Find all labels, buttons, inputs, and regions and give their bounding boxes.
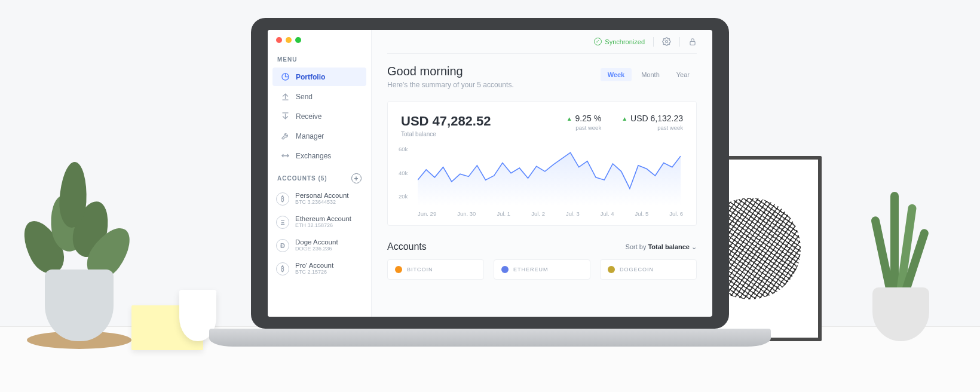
pie-chart-icon: [281, 72, 290, 81]
x-tick: Jul. 2: [531, 210, 545, 217]
account-item[interactable]: ₿Pro' AccountBTC 2.15726: [268, 257, 371, 280]
time-range-selector: Week Month Year: [601, 68, 697, 81]
account-card-coin: ETHEREUM: [513, 267, 549, 272]
greeting-subtitle: Here's the summary of your 5 accounts.: [387, 81, 514, 89]
nav-label: Exchanges: [296, 152, 331, 160]
maximize-window-icon[interactable]: [295, 37, 301, 43]
send-up-icon: [281, 92, 290, 101]
change-percent-label: past week: [566, 124, 602, 131]
top-bar: ✓ Synchronized: [387, 30, 697, 54]
sidebar-item-receive[interactable]: Receive: [272, 107, 366, 125]
chevron-down-icon: ⌄: [691, 243, 697, 250]
close-window-icon[interactable]: [276, 37, 282, 43]
coin-dot-icon: [501, 266, 509, 273]
y-tick: 40k: [399, 170, 408, 176]
balance-chart: 60k40k20k Jun. 29Jun. 30Jul. 1Jul. 2Jul.…: [401, 146, 683, 217]
accounts-section-title: Accounts: [387, 241, 427, 252]
line-chart-svg: [418, 146, 681, 206]
change-absolute-label: past week: [621, 124, 683, 131]
account-balance: DOGE 236.236: [295, 246, 338, 252]
account-balance: ETH 32.158726: [295, 222, 351, 228]
account-item[interactable]: ₿Personal AccountBTC 3.23644532: [268, 187, 371, 210]
svg-rect-1: [690, 41, 695, 45]
coin-icon: ₿: [276, 262, 289, 275]
nav-label: Send: [296, 93, 313, 101]
range-week[interactable]: Week: [601, 68, 632, 81]
x-tick: Jul. 3: [566, 210, 580, 217]
account-card[interactable]: DOGECOIN: [600, 259, 697, 280]
svg-point-0: [666, 41, 668, 43]
account-item[interactable]: ΞEthereum AccountETH 32.158726: [268, 210, 371, 234]
sidebar-item-exchanges[interactable]: Exchanges: [272, 146, 366, 165]
app-window: MENU PortfolioSendReceiveManagerExchange…: [268, 30, 712, 317]
x-tick: Jul. 4: [601, 210, 614, 217]
sidebar-item-send[interactable]: Send: [272, 87, 366, 106]
plant-right-prop: [852, 186, 941, 341]
range-year[interactable]: Year: [669, 68, 697, 81]
account-card[interactable]: ETHEREUM: [494, 259, 590, 280]
coin-icon: Ξ: [276, 216, 289, 229]
change-percent: ▲9.25 % past week: [566, 114, 602, 131]
sidebar: MENU PortfolioSendReceiveManagerExchange…: [268, 30, 372, 317]
balance-card: USD 47,282.52 Total balance ▲9.25 % past…: [387, 101, 697, 226]
nav-label: Manager: [296, 132, 324, 140]
sync-status: ✓ Synchronized: [594, 38, 645, 45]
window-controls: [268, 37, 371, 49]
wrench-icon: [281, 131, 290, 140]
coin-icon: Ð: [276, 239, 289, 252]
account-name: Ethereum Account: [295, 215, 351, 222]
greeting-block: Good morning Here's the summary of your …: [387, 65, 514, 89]
account-card-coin: BITCOIN: [407, 267, 433, 272]
accounts-header: ACCOUNTS (5) +: [268, 166, 371, 187]
receive-down-icon: [281, 112, 290, 121]
menu-header: MENU: [268, 49, 371, 66]
coin-icon: ₿: [276, 192, 289, 206]
account-card-coin: DOGECOIN: [620, 267, 654, 272]
account-item[interactable]: ÐDoge AccountDOGE 236.236: [268, 234, 371, 257]
total-balance: USD 47,282.52 Total balance: [401, 114, 491, 137]
change-percent-value: 9.25 %: [575, 114, 602, 123]
accounts-header-label: ACCOUNTS (5): [277, 175, 327, 182]
change-absolute-value: USD 6,132.23: [630, 114, 683, 123]
settings-icon[interactable]: [662, 37, 671, 46]
account-balance: BTC 3.23644532: [295, 199, 349, 205]
y-tick: 20k: [399, 193, 408, 200]
greeting-title: Good morning: [387, 65, 514, 78]
total-balance-label: Total balance: [401, 131, 491, 137]
nav-label: Receive: [296, 112, 321, 121]
x-tick: Jun. 29: [418, 210, 436, 217]
range-month[interactable]: Month: [634, 68, 667, 81]
trend-up-icon: ▲: [566, 115, 572, 122]
change-absolute: ▲USD 6,132.23 past week: [621, 114, 683, 131]
sort-by-dropdown[interactable]: Sort by Total balance ⌄: [626, 243, 697, 251]
x-tick: Jul. 6: [669, 210, 683, 217]
total-balance-value: USD 47,282.52: [401, 114, 491, 129]
account-balance: BTC 2.15726: [295, 269, 333, 275]
main-content: ✓ Synchronized Good morning Her: [372, 30, 712, 317]
coin-dot-icon: [395, 266, 402, 273]
x-tick: Jul. 1: [497, 210, 510, 217]
sort-by-value: Total balance: [648, 243, 689, 250]
plant-left-prop: [15, 144, 140, 341]
sync-check-icon: ✓: [594, 38, 602, 45]
minimize-window-icon[interactable]: [286, 37, 292, 43]
add-account-button[interactable]: +: [351, 173, 362, 183]
account-card[interactable]: BITCOIN: [387, 259, 484, 280]
account-name: Personal Account: [295, 192, 349, 199]
sort-by-prefix: Sort by: [626, 243, 648, 250]
x-tick: Jul. 5: [635, 210, 649, 217]
sidebar-item-manager[interactable]: Manager: [272, 127, 366, 145]
coin-dot-icon: [608, 266, 615, 273]
account-name: Doge Account: [295, 238, 338, 246]
sync-label: Synchronized: [605, 38, 645, 45]
topbar-divider: [679, 37, 680, 47]
sidebar-item-portfolio[interactable]: Portfolio: [272, 68, 366, 86]
swap-icon: [281, 151, 290, 160]
lock-icon[interactable]: [688, 38, 697, 46]
y-tick: 60k: [399, 146, 408, 152]
x-tick: Jun. 30: [457, 210, 476, 217]
account-name: Pro' Account: [295, 262, 333, 269]
laptop-frame: MENU PortfolioSendReceiveManagerExchange…: [251, 18, 729, 370]
topbar-divider: [653, 37, 654, 47]
trend-up-icon: ▲: [621, 115, 627, 122]
